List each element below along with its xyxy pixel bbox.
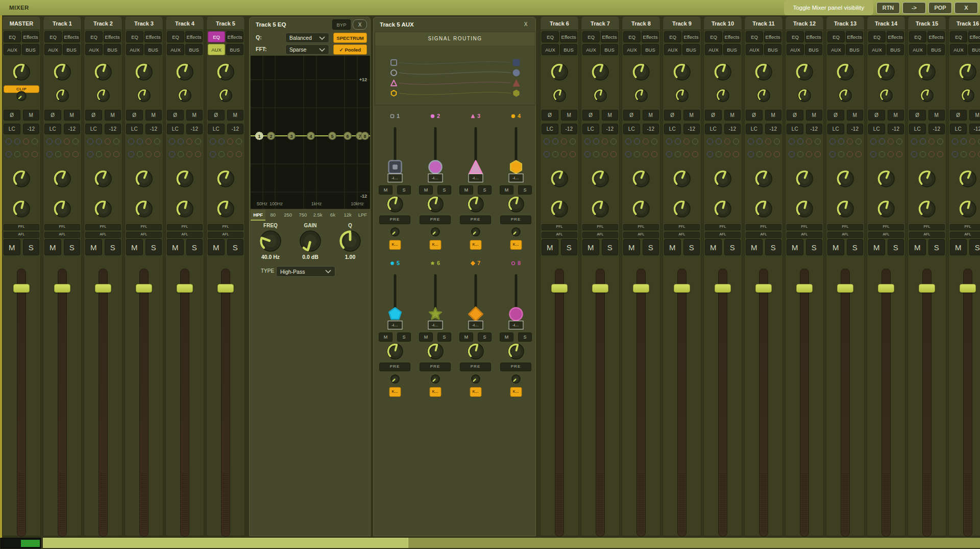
eq-tab[interactable]: EQ <box>664 31 681 42</box>
pan-knob[interactable] <box>94 200 112 218</box>
phase-button[interactable]: Ø <box>909 110 926 121</box>
phase-button[interactable]: Ø <box>705 110 722 121</box>
phase-button[interactable]: Ø <box>664 110 681 121</box>
pad-button[interactable]: -12 <box>724 124 741 134</box>
trim-knob[interactable] <box>178 88 192 103</box>
send-slider-handle[interactable] <box>468 159 483 175</box>
routing-dot[interactable] <box>888 151 894 157</box>
aux-tab[interactable]: AUX <box>664 44 681 55</box>
aux-tab[interactable]: AUX <box>85 44 103 55</box>
send-mute-button[interactable]: M <box>500 185 513 195</box>
mute-button[interactable]: M <box>542 239 558 255</box>
gain-knob[interactable] <box>959 63 977 81</box>
routing-dot[interactable] <box>634 138 640 145</box>
routing-dot[interactable] <box>855 138 862 145</box>
afl-button[interactable]: AFL <box>827 232 863 238</box>
send-solo-button[interactable]: S <box>437 185 451 195</box>
routing-dot[interactable] <box>651 138 657 145</box>
send-slider-handle[interactable] <box>508 159 524 175</box>
trim-knob[interactable] <box>961 88 975 103</box>
eq-tab[interactable]: EQ <box>746 31 763 42</box>
send-mute-button[interactable]: M <box>419 185 433 195</box>
routing-dot[interactable] <box>707 151 713 157</box>
afl-button[interactable]: AFL <box>542 232 577 238</box>
send-knob[interactable] <box>836 170 854 188</box>
fader-handle[interactable] <box>95 284 111 293</box>
routing-dot[interactable] <box>675 138 681 145</box>
mute-button[interactable]: M <box>582 239 599 255</box>
bus-tab[interactable]: BUS <box>226 44 243 55</box>
send-pre-button[interactable]: PRE <box>500 363 531 371</box>
low-cut-button[interactable]: LC <box>868 124 885 134</box>
routing-dot[interactable] <box>855 151 862 157</box>
pan-knob[interactable] <box>877 200 895 218</box>
fader-track[interactable] <box>922 269 932 537</box>
send-pan-knob[interactable] <box>390 374 400 384</box>
pfl-button[interactable]: PFL <box>4 224 39 230</box>
pan-knob[interactable] <box>836 200 854 218</box>
routing-dot[interactable] <box>105 151 111 157</box>
routing-dot[interactable] <box>961 151 967 157</box>
fader-track[interactable] <box>58 269 67 537</box>
trim-knob[interactable] <box>634 88 648 103</box>
send-mute-button[interactable]: M <box>459 185 473 195</box>
fader-handle[interactable] <box>960 284 976 293</box>
eq-tab[interactable]: EQ <box>909 31 926 42</box>
trim-knob[interactable] <box>797 88 812 103</box>
mono-button[interactable]: M <box>602 110 619 121</box>
pfl-button[interactable]: PFL <box>542 224 577 230</box>
routing-dot[interactable] <box>756 138 763 145</box>
send-level-knob[interactable] <box>507 343 525 360</box>
gain-knob[interactable] <box>795 63 814 81</box>
routing-dot[interactable] <box>72 138 79 145</box>
pan-knob[interactable] <box>216 200 235 218</box>
pad-button[interactable]: -12 <box>561 124 578 134</box>
routing-dot[interactable] <box>920 151 926 157</box>
pfl-button[interactable]: PFL <box>167 224 203 230</box>
fader-handle[interactable] <box>217 284 234 293</box>
routing-dot[interactable] <box>928 138 935 145</box>
eq-tab[interactable]: EQ <box>787 31 804 42</box>
mono-button[interactable]: M <box>724 110 741 121</box>
routing-dot[interactable] <box>145 151 152 157</box>
phase-button[interactable]: Ø <box>167 110 184 121</box>
fader-handle[interactable] <box>54 284 70 293</box>
routing-dot[interactable] <box>195 138 201 145</box>
aux-tab[interactable]: AUX <box>909 44 926 55</box>
routing-dot[interactable] <box>969 138 975 145</box>
send-level-value[interactable]: -i… <box>428 321 443 329</box>
pad-button[interactable]: -12 <box>186 124 203 134</box>
fader-track[interactable] <box>139 269 149 537</box>
gain-knob[interactable] <box>591 63 609 81</box>
bus-tab[interactable]: BUS <box>560 44 577 55</box>
pfl-button[interactable]: PFL <box>705 224 741 230</box>
routing-dot[interactable] <box>733 138 739 145</box>
send-slider-handle[interactable] <box>387 159 403 175</box>
routing-dot[interactable] <box>716 138 722 145</box>
triangle-destination-icon[interactable] <box>512 79 520 87</box>
send-pan-knob[interactable] <box>430 374 440 384</box>
send-solo-button[interactable]: S <box>518 185 532 195</box>
routing-dot[interactable] <box>218 138 225 145</box>
bus-tab[interactable]: BUS <box>927 44 945 55</box>
routing-dot[interactable] <box>896 151 902 157</box>
fader-track[interactable] <box>881 269 891 537</box>
solo-button[interactable]: S <box>227 239 244 255</box>
fader-track[interactable] <box>17 269 26 537</box>
send-pre-button[interactable]: PRE <box>420 216 451 224</box>
gain-knob[interactable] <box>135 63 153 81</box>
routing-dot[interactable] <box>169 138 175 145</box>
aux-tab[interactable]: AUX <box>582 44 600 55</box>
afl-button[interactable]: AFL <box>623 232 659 238</box>
mono-button[interactable]: M <box>643 110 659 121</box>
routing-dot[interactable] <box>87 138 93 145</box>
afl-button[interactable]: AFL <box>787 232 822 238</box>
low-cut-button[interactable]: LC <box>787 124 803 134</box>
send-pan-knob[interactable] <box>390 227 400 237</box>
gain-knob[interactable] <box>176 63 194 81</box>
routing-dot[interactable] <box>561 151 567 157</box>
phase-button[interactable]: Ø <box>746 110 763 121</box>
gain-knob[interactable] <box>216 63 235 81</box>
routing-dot[interactable] <box>978 138 980 145</box>
mute-button[interactable]: M <box>827 239 844 255</box>
